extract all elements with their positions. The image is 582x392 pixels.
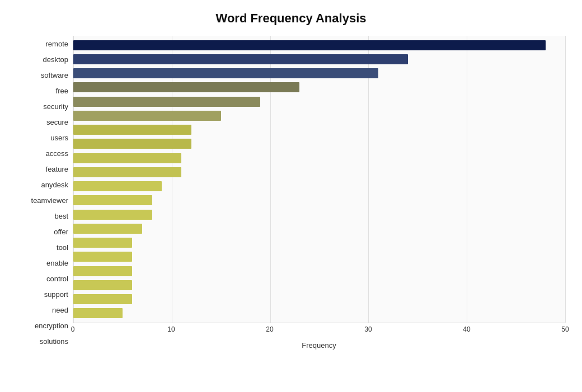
y-label: support [44, 287, 68, 302]
x-tick: 20 [266, 325, 273, 333]
bar-row [73, 194, 565, 206]
bar [73, 97, 260, 107]
bar [73, 294, 132, 304]
bar [73, 153, 181, 163]
bar [73, 68, 378, 78]
bar-row [73, 124, 565, 136]
bar [73, 167, 181, 177]
y-label: users [50, 130, 68, 145]
bar [73, 139, 191, 149]
x-tick: 30 [364, 325, 372, 333]
bar-row [73, 152, 565, 164]
y-axis: remotedesktopsoftwarefreesecuritysecureu… [17, 36, 73, 350]
bar [73, 252, 132, 262]
x-axis-labels: 01020304050 [73, 325, 565, 339]
y-label: offer [54, 225, 68, 239]
bar [73, 82, 299, 92]
y-label: access [46, 146, 68, 160]
bar-row [73, 110, 565, 122]
bar [73, 266, 132, 276]
bar [73, 195, 152, 205]
bar-row [73, 81, 565, 93]
x-axis-title: Frequency [73, 341, 565, 350]
y-label: desktop [43, 52, 68, 67]
bar-row [73, 138, 565, 150]
bar-row [73, 279, 565, 291]
chart-container: Word Frequency Analysis remotedesktopsof… [0, 0, 582, 392]
y-label: solutions [40, 334, 68, 349]
y-label: need [52, 303, 68, 318]
grid-line [565, 36, 566, 323]
bar-row [73, 67, 565, 79]
bar-row [73, 39, 565, 51]
bar-row [73, 96, 565, 108]
y-label: remote [46, 36, 68, 51]
y-label: feature [46, 162, 68, 176]
bar-row [73, 251, 565, 263]
bar [73, 224, 142, 234]
bar [73, 125, 191, 135]
bar-row [73, 293, 565, 305]
bar-row [73, 209, 565, 221]
chart-area: remotedesktopsoftwarefreesecuritysecureu… [17, 36, 565, 350]
bar-row [73, 223, 565, 235]
y-label: software [41, 68, 68, 82]
bar-row [73, 166, 565, 178]
bar [73, 181, 162, 191]
y-label: enable [46, 256, 68, 271]
bar [73, 210, 152, 220]
bar [73, 238, 132, 248]
x-tick: 0 [71, 325, 75, 333]
plot-area: 01020304050 Frequency [73, 36, 565, 350]
chart-title: Word Frequency Analysis [17, 11, 565, 26]
grid-and-bars [73, 36, 565, 323]
bar-row [73, 307, 565, 319]
y-label: best [54, 209, 68, 224]
y-label: tool [57, 240, 68, 255]
y-label: anydesk [41, 177, 68, 192]
bar [73, 40, 546, 50]
bar [73, 111, 221, 121]
bar [73, 54, 408, 64]
y-label: control [46, 272, 68, 286]
bar [73, 308, 123, 318]
y-label: teamviewer [31, 193, 68, 207]
y-label: secure [46, 115, 68, 129]
x-tick: 50 [561, 325, 569, 333]
bar-row [73, 180, 565, 192]
bars-container [73, 36, 565, 323]
x-tick: 40 [463, 325, 470, 333]
bar [73, 280, 132, 290]
bar-row [73, 237, 565, 249]
x-tick: 10 [167, 325, 175, 333]
y-label: security [43, 99, 68, 114]
y-label: free [56, 83, 68, 98]
bar-row [73, 265, 565, 277]
y-label: encryption [35, 319, 68, 333]
bar-row [73, 53, 565, 65]
